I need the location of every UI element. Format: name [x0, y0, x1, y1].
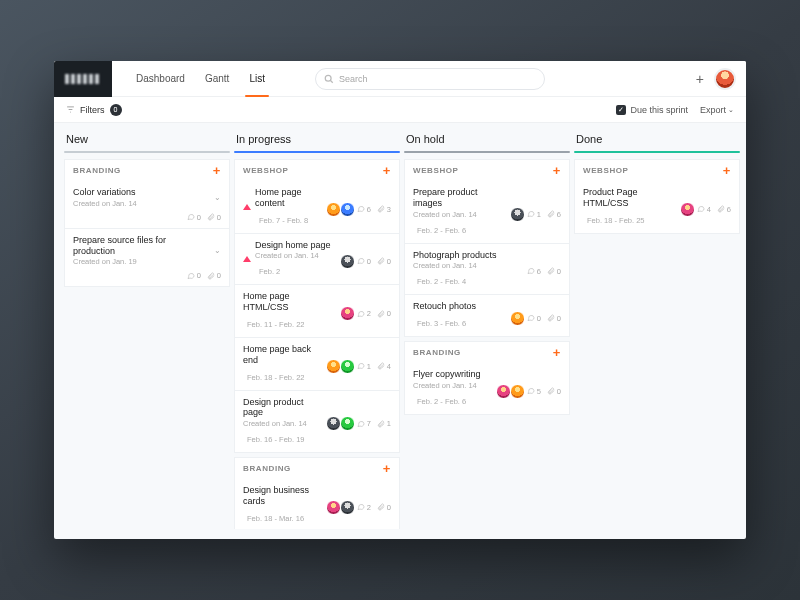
assignee-avatar[interactable]	[326, 202, 341, 217]
comment-icon	[527, 210, 535, 218]
card-counts: 46	[697, 205, 731, 214]
column-accent	[64, 151, 230, 153]
alert-icon	[243, 204, 251, 210]
card-title: Home page content	[255, 187, 322, 209]
group-add-button[interactable]: +	[553, 349, 561, 357]
attachment-icon	[547, 387, 555, 395]
card-counts: 50	[527, 387, 561, 396]
check-icon: ✓	[616, 105, 626, 115]
assignee-avatar[interactable]	[340, 416, 355, 431]
comment-icon	[527, 314, 535, 322]
column-body[interactable]: WEBSHOP+Home page contentFeb. 7 - Feb. 8…	[232, 159, 402, 529]
attachment-icon	[547, 267, 555, 275]
card-counts: 00	[527, 314, 561, 323]
comment-count: 0	[187, 271, 201, 280]
nav-list[interactable]: List	[239, 61, 275, 97]
task-card[interactable]: Color variationsCreated on Jan. 14⌄00	[64, 181, 230, 229]
card-date: Feb. 18 - Feb. 22	[243, 373, 305, 382]
column-body[interactable]: WEBSHOP+Product Page HTML/CSSFeb. 18 - F…	[572, 159, 742, 529]
attachment-icon	[377, 362, 385, 370]
attachment-count: 6	[547, 210, 561, 219]
group-name: BRANDING	[73, 166, 121, 175]
card-counts: 00	[357, 257, 391, 266]
task-card[interactable]: Product Page HTML/CSSFeb. 18 - Feb. 2546	[574, 181, 740, 234]
group-header[interactable]: WEBSHOP+	[234, 159, 400, 181]
add-button[interactable]: +	[696, 72, 704, 86]
card-subtitle: Created on Jan. 19	[73, 257, 210, 266]
task-card[interactable]: Home page contentFeb. 7 - Feb. 863	[234, 181, 400, 234]
brand-logo[interactable]	[54, 61, 112, 97]
card-counts: 60	[527, 267, 561, 276]
assignee-avatar[interactable]	[326, 416, 341, 431]
assignee-avatar[interactable]	[510, 207, 525, 222]
group-add-button[interactable]: +	[383, 167, 391, 175]
group-name: WEBSHOP	[243, 166, 289, 175]
card-date: Feb. 2 - Feb. 4	[413, 277, 466, 286]
assignee-avatar[interactable]	[510, 384, 525, 399]
column-body[interactable]: BRANDING+Color variationsCreated on Jan.…	[62, 159, 232, 529]
task-card[interactable]: Retouch photosFeb. 3 - Feb. 600	[404, 295, 570, 337]
chevron-down-icon[interactable]: ⌄	[214, 246, 221, 255]
group-add-button[interactable]: +	[723, 167, 731, 175]
card-title: Product Page HTML/CSS	[583, 187, 676, 209]
comment-count: 0	[357, 257, 371, 266]
assignee-avatar[interactable]	[340, 202, 355, 217]
task-card[interactable]: Home page HTML/CSSFeb. 11 - Feb. 2220	[234, 285, 400, 338]
card-date: Feb. 7 - Feb. 8	[255, 216, 308, 225]
chevron-down-icon[interactable]: ⌄	[214, 193, 221, 202]
search-icon	[324, 74, 334, 84]
chevron-down-icon: ⌄	[728, 106, 734, 114]
column-accent	[234, 151, 400, 153]
comment-icon	[187, 213, 195, 221]
assignee-avatar[interactable]	[340, 359, 355, 374]
group-add-button[interactable]: +	[553, 167, 561, 175]
group-header[interactable]: BRANDING+	[404, 341, 570, 363]
assignee-avatar[interactable]	[340, 254, 355, 269]
group-header[interactable]: BRANDING+	[64, 159, 230, 181]
card-subtitle: Created on Jan. 14	[413, 261, 523, 270]
task-card[interactable]: Home page back endFeb. 18 - Feb. 2214	[234, 338, 400, 391]
task-card[interactable]: Prepare product imagesCreated on Jan. 14…	[404, 181, 570, 244]
app-window: Dashboard Gantt List Search + Filters 0 …	[54, 61, 746, 539]
task-card[interactable]: Design product pageCreated on Jan. 14Feb…	[234, 391, 400, 454]
comment-count: 2	[357, 503, 371, 512]
assignee-avatar[interactable]	[680, 202, 695, 217]
comment-icon	[187, 272, 195, 280]
comment-icon	[527, 267, 535, 275]
group-name: WEBSHOP	[583, 166, 629, 175]
user-avatar[interactable]	[714, 68, 736, 90]
group-header[interactable]: BRANDING+	[234, 457, 400, 479]
group-header[interactable]: WEBSHOP+	[574, 159, 740, 181]
column-body[interactable]: WEBSHOP+Prepare product imagesCreated on…	[402, 159, 572, 529]
export-button[interactable]: Export ⌄	[700, 105, 734, 115]
group-add-button[interactable]: +	[213, 167, 221, 175]
attachment-count: 0	[207, 271, 221, 280]
assignee-avatar[interactable]	[340, 500, 355, 515]
card-date: Feb. 11 - Feb. 22	[243, 320, 305, 329]
attachment-icon	[547, 314, 555, 322]
task-card[interactable]: Design business cardsFeb. 18 - Mar. 1620	[234, 479, 400, 529]
search-input[interactable]: Search	[315, 68, 545, 90]
task-card[interactable]: Photograph productsCreated on Jan. 14Feb…	[404, 244, 570, 296]
assignee-avatar[interactable]	[340, 306, 355, 321]
attachment-icon	[547, 210, 555, 218]
nav-dashboard[interactable]: Dashboard	[126, 61, 195, 97]
filters-button[interactable]: Filters 0	[66, 104, 122, 116]
due-this-sprint-toggle[interactable]: ✓ Due this sprint	[616, 105, 688, 115]
task-card[interactable]: Design home pageCreated on Jan. 14Feb. 2…	[234, 234, 400, 286]
assignee-avatar[interactable]	[496, 384, 511, 399]
nav-gantt[interactable]: Gantt	[195, 61, 239, 97]
card-date: Feb. 2	[255, 267, 280, 276]
assignee-avatar[interactable]	[510, 311, 525, 326]
comment-icon	[527, 387, 535, 395]
task-card[interactable]: Flyer copywritingCreated on Jan. 14Feb. …	[404, 363, 570, 415]
attachment-count: 4	[377, 362, 391, 371]
assignee-avatar[interactable]	[326, 359, 341, 374]
assignee-avatar[interactable]	[326, 500, 341, 515]
group-add-button[interactable]: +	[383, 465, 391, 473]
header: Dashboard Gantt List Search +	[54, 61, 746, 97]
group-header[interactable]: WEBSHOP+	[404, 159, 570, 181]
attachment-icon	[377, 205, 385, 213]
comment-icon	[357, 310, 365, 318]
task-card[interactable]: Prepare source files for productionCreat…	[64, 229, 230, 288]
